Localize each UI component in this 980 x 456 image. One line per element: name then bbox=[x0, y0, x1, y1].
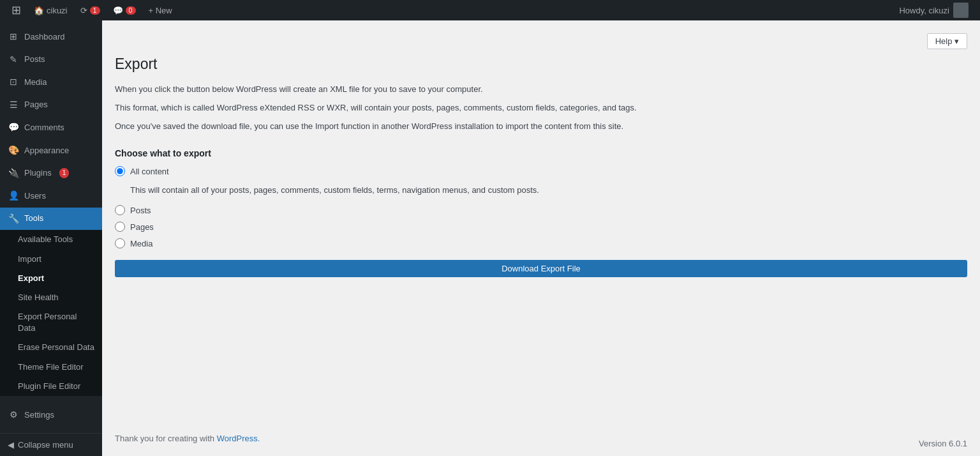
comments-menu[interactable]: 💬 0 bbox=[107, 0, 142, 20]
appearance-icon: 🎨 bbox=[8, 144, 19, 157]
radio-posts-input[interactable] bbox=[115, 205, 125, 215]
submenu-site-health[interactable]: Site Health bbox=[0, 288, 102, 307]
sidebar-item-pages[interactable]: ☰ Pages bbox=[0, 94, 102, 117]
sidebar: ⊞ Dashboard ✎ Posts ⊡ Media ☰ Pages 💬 Co… bbox=[0, 20, 102, 456]
wp-logo-icon: ⊞ bbox=[11, 3, 21, 17]
users-icon: 👤 bbox=[8, 190, 19, 202]
home-icon: 🏠 bbox=[34, 6, 44, 15]
dashboard-icon: ⊞ bbox=[8, 31, 19, 43]
export-section-title: Choose what to export bbox=[115, 148, 967, 158]
sidebar-item-settings-label: Settings bbox=[24, 409, 54, 421]
description-2: This format, which is called WordPress e… bbox=[115, 102, 967, 115]
submenu-import[interactable]: Import bbox=[0, 250, 102, 269]
description-1: When you click the button below WordPres… bbox=[115, 83, 967, 96]
radio-all-content-input[interactable] bbox=[115, 166, 125, 176]
sidebar-item-plugins[interactable]: 🔌 Plugins 1 bbox=[0, 162, 102, 185]
submenu-available-tools[interactable]: Available Tools bbox=[0, 230, 102, 249]
description-3: Once you've saved the download file, you… bbox=[115, 120, 967, 133]
tools-icon: 🔧 bbox=[8, 213, 19, 225]
page-title: Export bbox=[115, 56, 967, 73]
wordpress-link[interactable]: WordPress. bbox=[217, 434, 260, 443]
pages-icon: ☰ bbox=[8, 99, 19, 112]
radio-all-content-label[interactable]: All content bbox=[130, 167, 169, 176]
updates-icon: ⟳ bbox=[80, 6, 87, 15]
sidebar-item-settings[interactable]: ⚙ Settings bbox=[0, 404, 102, 427]
comments-icon: 💬 bbox=[113, 6, 123, 15]
site-name-menu[interactable]: 🏠 cikuzi bbox=[27, 0, 74, 20]
submenu-plugin-file-editor[interactable]: Plugin File Editor bbox=[0, 377, 102, 396]
all-content-description: This will contain all of your posts, pag… bbox=[130, 184, 967, 197]
sidebar-item-posts[interactable]: ✎ Posts bbox=[0, 49, 102, 72]
collapse-menu-button[interactable]: ◀ Collapse menu bbox=[0, 433, 102, 456]
radio-pages: Pages bbox=[115, 222, 967, 232]
submenu-export-personal-data[interactable]: Export Personal Data bbox=[0, 307, 102, 338]
sidebar-item-users-label: Users bbox=[24, 190, 46, 202]
sidebar-item-appearance-label: Appearance bbox=[24, 145, 69, 156]
media-icon: ⊡ bbox=[8, 76, 19, 89]
sidebar-item-comments[interactable]: 💬 Comments bbox=[0, 116, 102, 139]
new-label: + New bbox=[149, 6, 172, 15]
settings-icon: ⚙ bbox=[8, 409, 19, 422]
sidebar-item-tools[interactable]: 🔧 Tools bbox=[0, 208, 102, 231]
sidebar-item-tools-label: Tools bbox=[24, 213, 43, 224]
plugins-icon: 🔌 bbox=[8, 167, 19, 180]
sidebar-item-plugins-label: Plugins bbox=[24, 167, 52, 179]
help-button[interactable]: Help ▾ bbox=[927, 33, 967, 49]
content-area: Help ▾ Export When you click the button … bbox=[102, 20, 980, 456]
user-menu[interactable]: Howdy, cikuzi bbox=[893, 3, 975, 18]
new-content-menu[interactable]: + New bbox=[142, 0, 179, 20]
avatar bbox=[953, 3, 969, 18]
site-name-label: cikuzi bbox=[47, 6, 68, 15]
comments-nav-icon: 💬 bbox=[8, 121, 19, 134]
collapse-icon: ◀ bbox=[8, 440, 14, 450]
radio-media-input[interactable] bbox=[115, 238, 125, 248]
sidebar-item-media[interactable]: ⊡ Media bbox=[0, 71, 102, 94]
plugins-badge: 1 bbox=[59, 168, 70, 178]
radio-media-label[interactable]: Media bbox=[130, 239, 152, 248]
version-label: Version 6.0.1 bbox=[919, 439, 967, 448]
sidebar-menu-settings: ⚙ Settings bbox=[0, 399, 102, 427]
radio-pages-input[interactable] bbox=[115, 222, 125, 232]
radio-posts-label[interactable]: Posts bbox=[130, 206, 151, 215]
sidebar-item-appearance[interactable]: 🎨 Appearance bbox=[0, 139, 102, 162]
howdy-label: Howdy, cikuzi bbox=[899, 6, 949, 15]
sidebar-item-dashboard-label: Dashboard bbox=[24, 31, 65, 43]
collapse-label: Collapse menu bbox=[18, 440, 73, 450]
sidebar-item-comments-label: Comments bbox=[24, 122, 64, 133]
sidebar-item-dashboard[interactable]: ⊞ Dashboard bbox=[0, 26, 102, 49]
submenu-erase-personal-data[interactable]: Erase Personal Data bbox=[0, 338, 102, 357]
comments-badge: 0 bbox=[126, 6, 136, 15]
sidebar-item-users[interactable]: 👤 Users bbox=[0, 185, 102, 208]
submenu-theme-file-editor[interactable]: Theme File Editor bbox=[0, 358, 102, 377]
wp-logo-menu[interactable]: ⊞ bbox=[5, 0, 27, 20]
radio-all-content: All content bbox=[115, 166, 967, 176]
updates-menu[interactable]: ⟳ 1 bbox=[74, 0, 107, 20]
download-export-file-button[interactable]: Download Export File bbox=[115, 260, 967, 277]
radio-posts: Posts bbox=[115, 205, 967, 215]
posts-icon: ✎ bbox=[8, 54, 19, 66]
sidebar-item-posts-label: Posts bbox=[24, 54, 45, 65]
sidebar-item-pages-label: Pages bbox=[24, 99, 48, 110]
submenu-export[interactable]: Export bbox=[0, 269, 102, 288]
radio-media: Media bbox=[115, 238, 967, 248]
admin-bar: ⊞ 🏠 cikuzi ⟳ 1 💬 0 + New Howdy, cikuzi bbox=[0, 0, 980, 20]
sidebar-menu: ⊞ Dashboard ✎ Posts ⊡ Media ☰ Pages 💬 Co… bbox=[0, 20, 102, 230]
sidebar-item-media-label: Media bbox=[24, 77, 47, 88]
tools-submenu: Available Tools Import Export Site Healt… bbox=[0, 230, 102, 396]
updates-badge: 1 bbox=[90, 6, 100, 15]
footer: Thank you for creating with WordPress. bbox=[115, 414, 967, 443]
radio-pages-label[interactable]: Pages bbox=[130, 222, 154, 232]
